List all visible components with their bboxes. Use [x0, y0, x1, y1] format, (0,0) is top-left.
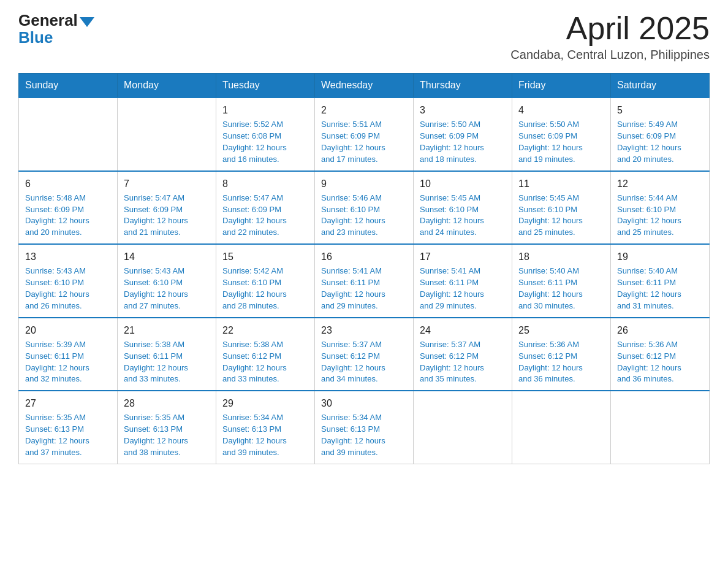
day-number: 29 — [222, 396, 308, 410]
day-info-text: and 23 minutes. — [321, 227, 407, 239]
day-info-text: and 36 minutes. — [617, 373, 703, 385]
day-info-text: and 39 minutes. — [321, 447, 407, 459]
day-info-text: Sunrise: 5:49 AM — [617, 119, 703, 131]
day-info-text: Sunset: 6:09 PM — [222, 204, 308, 216]
day-info-text: Daylight: 12 hours — [617, 289, 703, 301]
title-block: April 2025 Candaba, Central Luzon, Phili… — [510, 12, 710, 62]
day-info-text: and 30 minutes. — [518, 301, 604, 312]
week-row-4: 20Sunrise: 5:39 AMSunset: 6:11 PMDayligh… — [19, 318, 710, 391]
day-info-text: and 32 minutes. — [25, 373, 111, 385]
day-info-text: Daylight: 12 hours — [420, 289, 506, 301]
day-info-text: Daylight: 12 hours — [25, 289, 111, 301]
day-info-text: Sunset: 6:13 PM — [124, 424, 210, 435]
day-info-text: Sunrise: 5:37 AM — [321, 339, 407, 351]
day-info-text: Sunrise: 5:42 AM — [222, 266, 308, 277]
day-info-text: and 17 minutes. — [321, 154, 407, 166]
day-cell: 30Sunrise: 5:34 AMSunset: 6:13 PMDayligh… — [315, 391, 414, 464]
day-number: 6 — [25, 177, 111, 191]
day-info-text: Sunrise: 5:38 AM — [124, 339, 210, 351]
header-row: SundayMondayTuesdayWednesdayThursdayFrid… — [19, 74, 710, 98]
column-header-sunday: Sunday — [19, 74, 118, 98]
day-info-text: and 19 minutes. — [518, 154, 604, 166]
day-info-text: and 29 minutes. — [420, 301, 506, 312]
day-info-text: Sunset: 6:09 PM — [617, 131, 703, 142]
day-info-text: Sunset: 6:10 PM — [25, 277, 111, 289]
day-info-text: Sunset: 6:11 PM — [518, 277, 604, 289]
day-info-text: Daylight: 12 hours — [222, 215, 308, 227]
column-header-monday: Monday — [118, 74, 216, 98]
day-info-text: Sunset: 6:10 PM — [420, 204, 506, 216]
day-cell: 10Sunrise: 5:45 AMSunset: 6:10 PMDayligh… — [414, 171, 512, 245]
day-number: 3 — [420, 103, 506, 117]
week-row-3: 13Sunrise: 5:43 AMSunset: 6:10 PMDayligh… — [19, 244, 710, 318]
day-cell: 14Sunrise: 5:43 AMSunset: 6:10 PMDayligh… — [118, 244, 216, 318]
day-info-text: Daylight: 12 hours — [617, 215, 703, 227]
day-cell: 19Sunrise: 5:40 AMSunset: 6:11 PMDayligh… — [611, 244, 710, 318]
day-info-text: Sunset: 6:10 PM — [617, 204, 703, 216]
day-info-text: Sunrise: 5:38 AM — [222, 339, 308, 351]
day-info-text: Sunrise: 5:44 AM — [617, 193, 703, 204]
day-cell: 8Sunrise: 5:47 AMSunset: 6:09 PMDaylight… — [216, 171, 315, 245]
day-info-text: Sunset: 6:12 PM — [617, 351, 703, 362]
day-info-text: Sunrise: 5:48 AM — [25, 193, 111, 204]
day-number: 10 — [420, 177, 506, 191]
day-cell: 23Sunrise: 5:37 AMSunset: 6:12 PMDayligh… — [315, 318, 414, 391]
day-info-text: Daylight: 12 hours — [321, 142, 407, 154]
day-info-text: Sunset: 6:09 PM — [124, 204, 210, 216]
day-info-text: Daylight: 12 hours — [124, 289, 210, 301]
calendar-body: 1Sunrise: 5:52 AMSunset: 6:08 PMDaylight… — [19, 98, 710, 464]
day-number: 14 — [124, 250, 210, 264]
day-info-text: Sunset: 6:13 PM — [25, 424, 111, 435]
month-title: April 2025 — [510, 12, 710, 44]
column-header-thursday: Thursday — [414, 74, 512, 98]
day-number: 11 — [518, 177, 604, 191]
day-info-text: Daylight: 12 hours — [321, 435, 407, 447]
column-header-friday: Friday — [512, 74, 611, 98]
day-info-text: Sunrise: 5:43 AM — [25, 266, 111, 277]
day-cell: 20Sunrise: 5:39 AMSunset: 6:11 PMDayligh… — [19, 318, 118, 391]
day-number: 18 — [518, 250, 604, 264]
day-info-text: and 22 minutes. — [222, 227, 308, 239]
day-info-text: and 31 minutes. — [617, 301, 703, 312]
day-info-text: and 26 minutes. — [25, 301, 111, 312]
day-info-text: Sunset: 6:09 PM — [25, 204, 111, 216]
day-info-text: Daylight: 12 hours — [321, 289, 407, 301]
day-info-text: Daylight: 12 hours — [124, 215, 210, 227]
day-number: 1 — [222, 103, 308, 117]
day-cell — [414, 391, 512, 464]
day-cell: 25Sunrise: 5:36 AMSunset: 6:12 PMDayligh… — [512, 318, 611, 391]
column-header-tuesday: Tuesday — [216, 74, 315, 98]
day-info-text: and 33 minutes. — [222, 373, 308, 385]
day-info-text: Sunset: 6:11 PM — [124, 351, 210, 362]
day-info-text: Sunrise: 5:36 AM — [518, 339, 604, 351]
logo-blue-text: Blue — [18, 28, 53, 47]
day-info-text: Sunrise: 5:43 AM — [124, 266, 210, 277]
day-cell: 5Sunrise: 5:49 AMSunset: 6:09 PMDaylight… — [611, 98, 710, 171]
day-info-text: Daylight: 12 hours — [420, 215, 506, 227]
day-number: 19 — [617, 250, 703, 264]
day-info-text: and 20 minutes. — [25, 227, 111, 239]
day-info-text: Sunset: 6:08 PM — [222, 131, 308, 142]
day-info-text: and 20 minutes. — [617, 154, 703, 166]
calendar-table: SundayMondayTuesdayWednesdayThursdayFrid… — [18, 73, 710, 464]
day-info-text: Daylight: 12 hours — [321, 362, 407, 374]
day-info-text: Sunrise: 5:45 AM — [518, 193, 604, 204]
day-cell — [611, 391, 710, 464]
day-info-text: Sunset: 6:10 PM — [222, 277, 308, 289]
day-info-text: and 38 minutes. — [124, 447, 210, 459]
day-info-text: Sunrise: 5:45 AM — [420, 193, 506, 204]
day-number: 26 — [617, 323, 703, 337]
day-info-text: and 16 minutes. — [222, 154, 308, 166]
day-info-text: Sunrise: 5:52 AM — [222, 119, 308, 131]
day-cell: 24Sunrise: 5:37 AMSunset: 6:12 PMDayligh… — [414, 318, 512, 391]
day-info-text: Sunrise: 5:35 AM — [124, 412, 210, 424]
day-info-text: Sunrise: 5:34 AM — [321, 412, 407, 424]
day-info-text: Daylight: 12 hours — [222, 142, 308, 154]
day-info-text: Daylight: 12 hours — [617, 362, 703, 374]
day-number: 20 — [25, 323, 111, 337]
day-cell: 9Sunrise: 5:46 AMSunset: 6:10 PMDaylight… — [315, 171, 414, 245]
day-number: 30 — [321, 396, 407, 410]
calendar-header: SundayMondayTuesdayWednesdayThursdayFrid… — [19, 74, 710, 98]
day-cell: 16Sunrise: 5:41 AMSunset: 6:11 PMDayligh… — [315, 244, 414, 318]
day-info-text: Sunset: 6:12 PM — [222, 351, 308, 362]
